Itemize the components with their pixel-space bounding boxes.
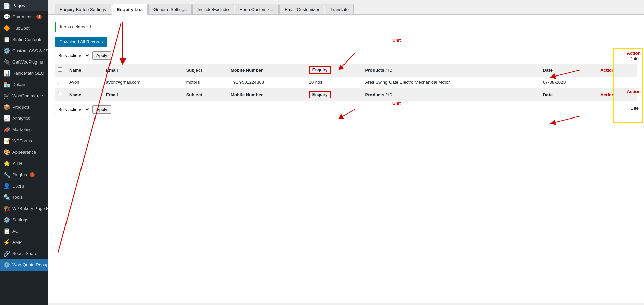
col-footer-products-id: Products / ID bbox=[362, 88, 540, 101]
sidebar-item-static-contents[interactable]: 📋 Static Contents bbox=[0, 34, 48, 45]
sidebar-item-settings[interactable]: ⚙️ Settings bbox=[0, 214, 48, 225]
col-header-cb bbox=[55, 64, 66, 77]
sidebar-label-woocommerce: WooCommerce bbox=[12, 93, 43, 98]
sidebar-item-yith[interactable]: ⭐ YITH bbox=[0, 158, 48, 169]
row-cb bbox=[55, 77, 66, 88]
row-mobile: +91 9501224363 bbox=[227, 77, 306, 88]
sidebar-item-woocommerce[interactable]: 🛒 WooCommerce bbox=[0, 90, 48, 101]
yith-icon: ⭐ bbox=[3, 160, 10, 167]
row-action bbox=[597, 77, 637, 88]
custom-css-js-icon: ⚙️ bbox=[3, 47, 10, 54]
sidebar-item-amp[interactable]: ⚡ AMP bbox=[0, 237, 48, 248]
dokan-icon: 🏪 bbox=[3, 81, 10, 88]
sidebar-label-wpforms: WPForms bbox=[12, 138, 32, 143]
sidebar-item-products[interactable]: 📦 Products bbox=[0, 101, 48, 113]
sidebar-item-social-share[interactable]: 🔗 Social Share bbox=[0, 248, 48, 259]
rankmath-icon: 📊 bbox=[3, 70, 10, 77]
sidebar-label-comments: Comments bbox=[12, 14, 34, 19]
row-email: avon@gmail.com bbox=[103, 77, 183, 88]
col-footer-date: Date bbox=[540, 88, 597, 101]
col-footer-action: Action bbox=[597, 88, 637, 101]
col-footer-subject: Subject bbox=[183, 88, 227, 101]
sidebar-item-wpbakery[interactable]: 🏗️ WPBakery Page Builder bbox=[0, 203, 48, 214]
sidebar-item-analytics[interactable]: 📈 Analytics bbox=[0, 113, 48, 124]
sidebar-label-appearance: Appearance bbox=[12, 150, 36, 155]
acf-icon: 📋 bbox=[3, 228, 10, 234]
row-subject: motors bbox=[183, 77, 227, 88]
social-share-icon: 🔗 bbox=[3, 250, 10, 257]
tab-translate[interactable]: Translate bbox=[325, 4, 354, 14]
sidebar-label-products: Products bbox=[12, 105, 30, 110]
table-header-top: Name Email Subject Mobile Number Enquiry… bbox=[55, 64, 637, 77]
analytics-icon: 📈 bbox=[3, 115, 10, 122]
col-header-action: Action bbox=[597, 64, 637, 77]
table-body: Avon avon@gmail.com motors +91 950122436… bbox=[55, 77, 637, 88]
pages-icon: 📄 bbox=[3, 2, 10, 9]
bulk-actions-row-top: Bulk actions Apply bbox=[55, 51, 637, 60]
tab-enquiry-list[interactable]: Enquiry List bbox=[112, 4, 148, 15]
tab-enquiry-button-settings[interactable]: Enquiry Button Settings bbox=[55, 4, 111, 14]
col-header-enquiry: Enquiry bbox=[306, 64, 362, 77]
col-header-subject: Subject bbox=[183, 64, 227, 77]
sidebar-label-pages: Pages bbox=[12, 3, 25, 8]
getwoo-icon: 🔌 bbox=[3, 59, 10, 65]
sidebar-item-users[interactable]: 👤 Users bbox=[0, 180, 48, 192]
col-header-products-id: Products / ID bbox=[362, 64, 540, 77]
tab-include-exclude[interactable]: Include/Exclude bbox=[192, 4, 234, 14]
sidebar-item-tools[interactable]: 🔩 Tools bbox=[0, 192, 48, 203]
table-footer-row: Name Email Subject Mobile Number Enquiry… bbox=[55, 88, 637, 101]
plugins-icon: 🔧 bbox=[3, 171, 10, 178]
content-area: Items deleted: 1 Download All Records Bu… bbox=[48, 15, 644, 303]
sidebar-item-rankmath[interactable]: 📊 Rank Math SEO bbox=[0, 68, 48, 79]
select-all-checkbox-bottom[interactable] bbox=[58, 92, 62, 96]
sidebar-item-woo-quote-popup[interactable]: ⚙️ Woo Quote Popup bbox=[0, 259, 48, 271]
sidebar-item-hubspot[interactable]: 🔶 HubSpot bbox=[0, 23, 48, 34]
sidebar-item-dokan[interactable]: 🏪 Dokan bbox=[0, 79, 48, 90]
sidebar-label-settings: Settings bbox=[12, 217, 28, 222]
select-all-checkbox-top[interactable] bbox=[58, 67, 62, 72]
tab-email-customizer[interactable]: Email Customizer bbox=[279, 4, 324, 14]
sidebar-label-getwoo: GetWooPlugins bbox=[12, 59, 43, 65]
sidebar-label-marketing: Marketing bbox=[12, 127, 32, 132]
sidebar-item-custom-css-js[interactable]: ⚙️ Custom CSS & JS bbox=[0, 45, 48, 56]
tab-form-customizer[interactable]: Form Customizer bbox=[235, 4, 279, 14]
sidebar-item-pages[interactable]: 📄 Pages bbox=[0, 0, 48, 11]
sidebar-item-plugins[interactable]: 🔧 Plugins 1 bbox=[0, 169, 48, 180]
sidebar-label-custom-css-js: Custom CSS & JS bbox=[12, 48, 48, 53]
sidebar-item-wpforms[interactable]: 📝 WPForms bbox=[0, 135, 48, 147]
woo-quote-popup-icon: ⚙️ bbox=[3, 262, 10, 268]
tab-general-settings[interactable]: General Settings bbox=[148, 4, 192, 14]
marketing-icon: 📣 bbox=[3, 126, 10, 133]
sidebar-item-appearance[interactable]: 🎨 Appearance bbox=[0, 147, 48, 158]
col-header-date: Date bbox=[540, 64, 597, 77]
bulk-actions-select-bottom[interactable]: Bulk actions bbox=[55, 105, 90, 114]
sidebar-label-plugins: Plugins bbox=[12, 172, 27, 177]
bulk-actions-select-top[interactable]: Bulk actions bbox=[55, 51, 90, 60]
apply-button-bottom[interactable]: Apply bbox=[92, 105, 111, 114]
sidebar: 📄 Pages 💬 Comments 4🔶 HubSpot 📋 Static C… bbox=[0, 0, 48, 305]
comments-icon: 💬 bbox=[3, 14, 10, 20]
notice-message: Items deleted: 1 bbox=[60, 24, 92, 29]
row-date: 07-08-2023 bbox=[540, 77, 597, 88]
sidebar-item-acf[interactable]: 📋 ACF bbox=[0, 225, 48, 237]
sidebar-item-marketing[interactable]: 📣 Marketing bbox=[0, 124, 48, 135]
table-footer: Name Email Subject Mobile Number Enquiry… bbox=[55, 88, 637, 101]
sidebar-item-getwoo[interactable]: 🔌 GetWooPlugins bbox=[0, 56, 48, 68]
table-row: Avon avon@gmail.com motors +91 950122436… bbox=[55, 77, 637, 88]
settings-icon: ⚙️ bbox=[3, 217, 10, 223]
products-icon: 📦 bbox=[3, 104, 10, 110]
hubspot-icon: 🔶 bbox=[3, 25, 10, 31]
items-count-top: 1 ite bbox=[631, 56, 639, 61]
download-all-records-button[interactable]: Download All Records bbox=[55, 37, 107, 47]
sidebar-item-comments[interactable]: 💬 Comments 4 bbox=[0, 11, 48, 23]
col-header-email: Email bbox=[103, 64, 183, 77]
col-footer-mobile: Mobile Number bbox=[227, 88, 306, 101]
sidebar-label-rankmath: Rank Math SEO bbox=[12, 71, 44, 76]
badge-plugins: 1 bbox=[30, 172, 35, 177]
appearance-icon: 🎨 bbox=[3, 149, 10, 155]
apply-button-top[interactable]: Apply bbox=[92, 51, 111, 60]
notice-success: Items deleted: 1 bbox=[55, 22, 637, 32]
row-checkbox[interactable] bbox=[58, 80, 62, 84]
sidebar-label-users: Users bbox=[12, 183, 24, 189]
tools-icon: 🔩 bbox=[3, 194, 10, 200]
